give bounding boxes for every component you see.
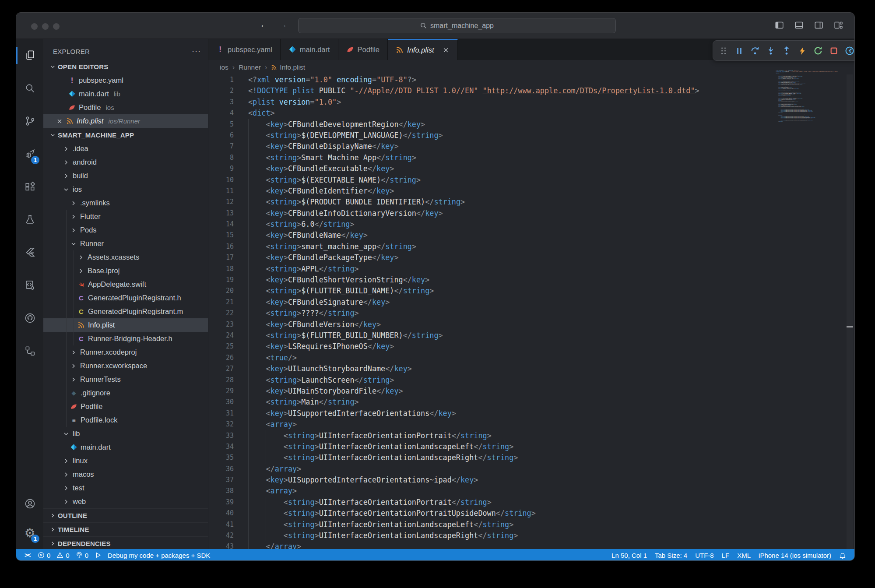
code-text: <string>Smart Machine App</string> (248, 152, 416, 163)
activity-testing[interactable] (16, 203, 43, 236)
tree-item-Podfile[interactable]: Podfile (43, 400, 208, 413)
code-line: 20 <string>$(FLUTTER_BUILD_NAME)</string… (208, 285, 846, 296)
activity-github[interactable] (16, 302, 43, 334)
navigate-forward-icon[interactable]: → (276, 19, 289, 30)
line-number: 18 (208, 264, 234, 275)
status-language-mode[interactable]: XML (734, 552, 754, 559)
tab-Podfile[interactable]: Podfile (338, 39, 388, 60)
status-launch-config[interactable]: Debug my code + packages + SDK (105, 552, 213, 559)
activity-project-manager[interactable] (16, 269, 43, 302)
status-device[interactable]: iPhone 14 (ios simulator) (756, 552, 834, 559)
tree-item-Podfile.lock[interactable]: ≡Podfile.lock (43, 413, 208, 427)
tree-item-Base.lproj[interactable]: Base.lproj (43, 264, 208, 278)
open-editor-main.dart[interactable]: main.dartlib (43, 87, 208, 101)
breadcrumb-Runner[interactable]: Runner (239, 63, 261, 71)
tab-main.dart[interactable]: main.dart (281, 39, 338, 60)
activity-run-debug[interactable]: 1 (16, 137, 43, 170)
step-out-icon[interactable] (782, 46, 791, 56)
widget-inspector-icon[interactable] (845, 46, 854, 56)
plist-icon (66, 117, 74, 125)
hot-reload-icon[interactable] (798, 46, 807, 56)
status-warnings[interactable]: 0 (53, 552, 72, 559)
activity-source-control[interactable] (16, 105, 43, 137)
status-cursor-position[interactable]: Ln 50, Col 1 (608, 552, 650, 559)
tree-item-android[interactable]: android (43, 155, 208, 169)
open-editors-header[interactable]: OPEN EDITORS (43, 60, 208, 74)
toggle-panel-icon[interactable] (794, 21, 804, 30)
activity-references[interactable] (16, 334, 43, 367)
step-into-icon[interactable] (766, 46, 776, 56)
tree-item-GeneratedPluginRegistrant.h[interactable]: CGeneratedPluginRegistrant.h (43, 291, 208, 305)
swift-icon (77, 281, 85, 288)
open-editor-Info.plist[interactable]: Info.plistios/Runner (43, 114, 208, 128)
more-actions-icon[interactable]: ··· (192, 47, 201, 56)
breadcrumb-Info.plist[interactable]: Info.plist (271, 63, 305, 71)
tree-item-macos[interactable]: macos (43, 468, 208, 481)
code-text: <string>????</string> (248, 308, 359, 319)
tree-item-RunnerTests[interactable]: RunnerTests (43, 373, 208, 386)
tree-item-.gitignore[interactable]: ◆.gitignore (43, 386, 208, 400)
toggle-primary-sidebar-icon[interactable] (775, 21, 784, 30)
breadcrumb-ios[interactable]: ios (220, 63, 228, 71)
tree-item-Runner-Bridging-Header.h[interactable]: CRunner-Bridging-Header.h (43, 332, 208, 345)
tree-item-Pods[interactable]: Pods (43, 223, 208, 237)
status-debug-console[interactable] (91, 552, 105, 559)
step-over-icon[interactable] (750, 46, 760, 56)
navigate-back-icon[interactable]: ← (258, 19, 271, 30)
tree-item-web[interactable]: web (43, 495, 208, 508)
tab-pubspec.yaml[interactable]: !pubspec.yaml (208, 39, 281, 60)
tree-item-Runner.xcworkspace[interactable]: Runner.xcworkspace (43, 359, 208, 373)
activity-flutter[interactable] (16, 236, 43, 269)
open-editor-Podfile[interactable]: Podfileios (43, 101, 208, 114)
dependencies-header[interactable]: DEPENDENCIES (43, 536, 208, 549)
activity-extensions[interactable] (16, 170, 43, 203)
close-traffic-light[interactable] (31, 23, 38, 30)
tree-item-main.dart[interactable]: main.dart (43, 440, 208, 454)
tree-item-ios[interactable]: ios (43, 183, 208, 196)
status-encoding[interactable]: UTF-8 (692, 552, 717, 559)
tree-item-Runner[interactable]: Runner (43, 237, 208, 250)
customize-layout-icon[interactable] (834, 21, 843, 30)
restart-icon[interactable] (813, 46, 823, 56)
tree-item-Flutter[interactable]: Flutter (43, 210, 208, 223)
code-editor[interactable]: 1<?xml version="1.0" encoding="UTF-8"?>2… (208, 74, 846, 549)
close-icon[interactable] (56, 118, 63, 125)
project-header[interactable]: SMART_MACHINE_APP (43, 128, 208, 142)
activity-search[interactable] (16, 72, 43, 105)
editor-scrollbar[interactable] (847, 74, 853, 549)
pause-icon[interactable] (734, 46, 744, 56)
accounts-button[interactable] (16, 489, 43, 518)
activity-explorer[interactable] (16, 39, 43, 72)
status-notifications[interactable] (836, 552, 849, 559)
status-errors[interactable]: 0 (35, 552, 53, 559)
status-indentation[interactable]: Tab Size: 4 (652, 552, 690, 559)
tree-item-lib[interactable]: lib (43, 427, 208, 440)
zoom-traffic-light[interactable] (53, 23, 60, 30)
minimize-traffic-light[interactable] (42, 23, 49, 30)
tree-item-Assets.xcassets[interactable]: Assets.xcassets (43, 250, 208, 264)
tree-item-AppDelegate.swift[interactable]: AppDelegate.swift (43, 278, 208, 291)
drag-grip-icon[interactable] (719, 46, 728, 56)
status-remote[interactable]: >< (21, 552, 35, 559)
open-editor-pubspec.yaml[interactable]: !pubspec.yaml (43, 74, 208, 87)
close-icon[interactable] (442, 46, 450, 54)
tree-item-linux[interactable]: linux (43, 454, 208, 468)
command-center-search[interactable]: smart_machine_app (298, 18, 616, 33)
tree-item-test[interactable]: test (43, 481, 208, 495)
tree-item-.idea[interactable]: .idea (43, 142, 208, 155)
toggle-secondary-sidebar-icon[interactable] (814, 21, 823, 30)
status-eol[interactable]: LF (719, 552, 733, 559)
timeline-header[interactable]: TIMELINE (43, 522, 208, 536)
tree-item-.symlinks[interactable]: .symlinks (43, 196, 208, 210)
open-editors-label: OPEN EDITORS (58, 63, 108, 70)
tab-Info.plist[interactable]: Info.plist (388, 39, 457, 60)
stop-icon[interactable] (829, 46, 839, 56)
tree-item-build[interactable]: build (43, 169, 208, 183)
tree-item-GeneratedPluginRegistrant.m[interactable]: CGeneratedPluginRegistrant.m (43, 305, 208, 318)
settings-button[interactable]: ⚙ 1 (16, 518, 43, 549)
status-ports[interactable]: 0 (73, 552, 91, 559)
tree-item-Runner.xcodeproj[interactable]: Runner.xcodeproj (43, 345, 208, 359)
minimap[interactable]: <?xml version="1.0" encoding="UTF-8"?><!… (776, 70, 841, 175)
outline-header[interactable]: OUTLINE (43, 508, 208, 522)
tree-item-Info.plist[interactable]: Info.plist (43, 318, 208, 332)
